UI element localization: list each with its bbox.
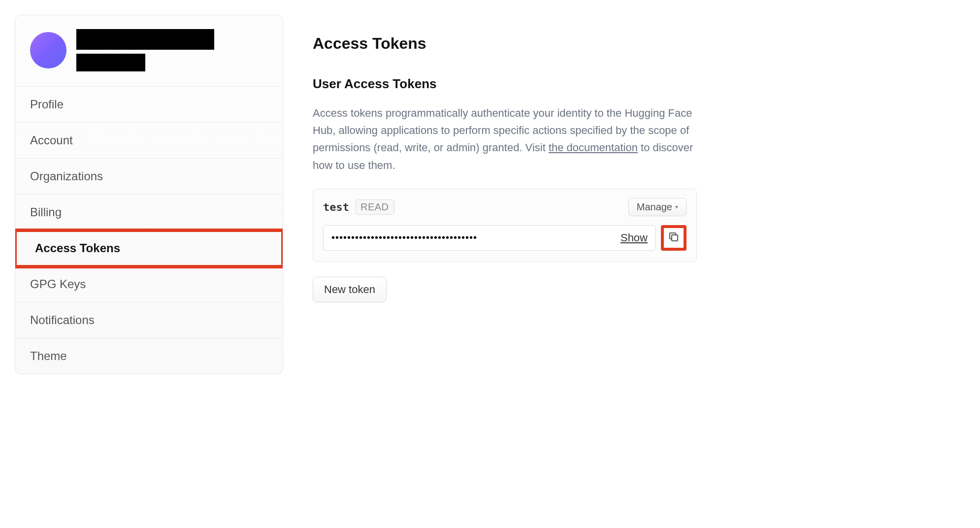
sidebar-link-notifications[interactable]: Notifications xyxy=(15,302,283,338)
token-masked-value: ••••••••••••••••••••••••••••••••••••• xyxy=(331,232,477,243)
sidebar-item-notifications[interactable]: Notifications xyxy=(15,302,283,338)
token-row: ••••••••••••••••••••••••••••••••••••• Sh… xyxy=(323,225,686,251)
token-name: test xyxy=(323,201,349,213)
copy-icon xyxy=(668,231,680,244)
token-card: test READ Manage ▾ •••••••••••••••••••••… xyxy=(313,189,697,262)
token-card-header: test READ Manage ▾ xyxy=(323,198,686,216)
manage-button-label: Manage xyxy=(637,201,672,213)
token-meta: test READ xyxy=(323,199,394,215)
token-scope-badge: READ xyxy=(355,199,394,215)
token-value-field[interactable]: ••••••••••••••••••••••••••••••••••••• Sh… xyxy=(323,225,656,251)
section-description: Access tokens programmatically authentic… xyxy=(313,104,697,174)
sidebar-link-access-tokens[interactable]: Access Tokens xyxy=(15,231,283,266)
sidebar-link-account[interactable]: Account xyxy=(15,123,283,158)
section-title: User Access Tokens xyxy=(313,76,697,92)
page-title: Access Tokens xyxy=(313,34,697,53)
user-info xyxy=(76,29,214,71)
sidebar-link-organizations[interactable]: Organizations xyxy=(15,159,283,194)
svg-rect-0 xyxy=(672,235,678,241)
sidebar-link-billing[interactable]: Billing xyxy=(15,195,283,230)
chevron-down-icon: ▾ xyxy=(675,203,678,210)
sidebar-item-gpg-keys[interactable]: GPG Keys xyxy=(15,266,283,302)
show-token-link[interactable]: Show xyxy=(621,231,648,244)
sidebar-nav: Profile Account Organizations Billing Ac… xyxy=(15,87,283,374)
copy-token-button[interactable] xyxy=(661,225,686,251)
sidebar-user-header xyxy=(15,15,283,87)
sidebar-link-gpg-keys[interactable]: GPG Keys xyxy=(15,266,283,302)
sidebar-item-organizations[interactable]: Organizations xyxy=(15,159,283,195)
sidebar-link-theme[interactable]: Theme xyxy=(15,338,283,374)
new-token-button[interactable]: New token xyxy=(313,277,387,302)
manage-button[interactable]: Manage ▾ xyxy=(628,198,686,216)
redacted-username xyxy=(76,29,214,50)
settings-sidebar: Profile Account Organizations Billing Ac… xyxy=(15,15,283,374)
redacted-handle xyxy=(76,54,145,71)
sidebar-item-profile[interactable]: Profile xyxy=(15,87,283,123)
sidebar-item-billing[interactable]: Billing xyxy=(15,195,283,231)
sidebar-item-account[interactable]: Account xyxy=(15,123,283,159)
sidebar-link-profile[interactable]: Profile xyxy=(15,87,283,122)
sidebar-item-access-tokens[interactable]: Access Tokens xyxy=(15,231,283,266)
main-content: Access Tokens User Access Tokens Access … xyxy=(313,15,697,374)
sidebar-item-theme[interactable]: Theme xyxy=(15,338,283,374)
documentation-link[interactable]: the documentation xyxy=(549,141,638,154)
avatar xyxy=(30,32,66,68)
